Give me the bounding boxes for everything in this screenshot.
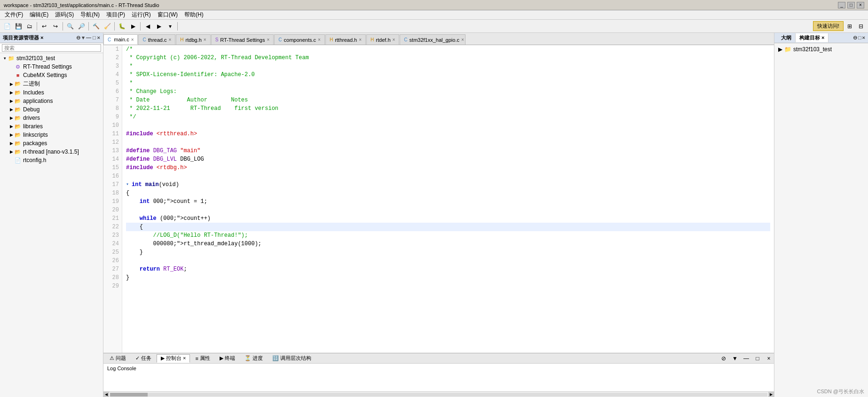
tree-item-debug[interactable]: ▶ 📂 Debug — [0, 105, 103, 114]
debug-button[interactable]: 🐛 — [117, 21, 127, 31]
code-line-24[interactable]: 000080;">rt_thread_mdelay(1000); — [126, 240, 770, 248]
save-all-button[interactable]: 🗂 — [24, 21, 35, 31]
nav-dropdown[interactable]: ▾ — [165, 21, 175, 31]
code-area[interactable]: /* * Copyright (c) 2006-2022, RT-Thread … — [122, 45, 774, 353]
bottom-close-btn[interactable]: × — [764, 353, 774, 364]
menu-source[interactable]: 源码(S) — [52, 10, 77, 19]
code-line-25[interactable]: } — [126, 248, 770, 257]
maximize-button[interactable]: □ — [847, 2, 855, 8]
menu-run[interactable]: 运行(R) — [129, 10, 154, 19]
search2-button[interactable]: 🔎 — [76, 21, 87, 31]
bottom-clear-btn[interactable]: ⊘ — [718, 353, 729, 364]
scroll-thumb[interactable] — [110, 393, 148, 397]
tree-item-root[interactable]: ▾ 📁 stm32f103_test — [0, 54, 103, 62]
layout-button[interactable]: ⊞ — [844, 21, 855, 31]
run-button[interactable]: ▶ — [128, 21, 138, 31]
tab-main-c-close[interactable]: × — [131, 37, 134, 42]
bottom-tab-properties[interactable]: ≡ 属性 — [191, 354, 214, 363]
explorer-menu-icon[interactable]: ▾ — [82, 35, 85, 41]
code-line-23[interactable]: //LOG_D("Hello RT-Thread!"); — [126, 231, 770, 240]
bottom-tab-console[interactable]: ▶ 控制台 × — [157, 354, 190, 363]
bottom-expand-btn[interactable]: □ — [752, 353, 763, 364]
save-button[interactable]: 💾 — [13, 21, 24, 31]
undo-button[interactable]: ↩ — [39, 21, 49, 31]
explorer-close-icon[interactable]: × — [97, 35, 100, 41]
code-line-7[interactable]: * Date Author Notes — [126, 96, 770, 104]
tab-thread-close[interactable]: × — [168, 37, 171, 42]
tab-gpio-close[interactable]: × — [461, 37, 464, 42]
perspective-button[interactable]: ⊟ — [856, 21, 866, 31]
scroll-right-arrow[interactable]: ▶ — [768, 392, 774, 397]
tree-item-binary[interactable]: ▶ 📂 二进制 — [0, 79, 103, 88]
tab-rtthread-h[interactable]: H rtthread.h × — [325, 34, 366, 45]
menu-file[interactable]: 文件(F) — [2, 10, 26, 19]
code-line-8[interactable]: * 2022-11-21 RT-Thread first version — [126, 104, 770, 113]
code-line-26[interactable] — [126, 257, 770, 265]
forward-button[interactable]: ▶ — [154, 21, 164, 31]
code-line-15[interactable]: #include <rtdbg.h> — [126, 163, 770, 172]
code-line-19[interactable]: int 000;">count = 1; — [126, 197, 770, 206]
tab-main-c[interactable]: C main.c × — [103, 34, 138, 45]
code-line-18[interactable]: { — [126, 189, 770, 197]
bottom-tab-progress[interactable]: ⏳ 进度 — [240, 354, 267, 363]
build-target-item[interactable]: ▶ 📁 stm32f103_test — [776, 45, 866, 54]
horizontal-scrollbar[interactable]: ◀ ▶ — [103, 391, 774, 397]
tab-rtdbg-close[interactable]: × — [204, 37, 206, 42]
tab-rtdef-h[interactable]: H rtdef.h × — [366, 34, 399, 45]
code-line-27[interactable]: return RT_EOK; — [126, 265, 770, 273]
bottom-collapse-btn[interactable]: — — [741, 353, 751, 364]
explorer-minimize-icon[interactable]: — — [86, 35, 91, 41]
code-line-9[interactable]: */ — [126, 113, 770, 121]
tab-rtdef-close[interactable]: × — [393, 37, 395, 42]
search-button[interactable]: 🔍 — [65, 21, 75, 31]
minimize-button[interactable]: _ — [838, 2, 845, 8]
bottom-tab-callhierarchy[interactable]: 🔢 调用层次结构 — [268, 354, 316, 363]
back-button[interactable]: ◀ — [142, 21, 153, 31]
redo-button[interactable]: ↪ — [50, 21, 61, 31]
code-line-2[interactable]: * Copyright (c) 2006-2022, RT-Thread Dev… — [126, 54, 770, 62]
tree-item-libraries[interactable]: ▶ 📂 libraries — [0, 122, 103, 131]
clean-button[interactable]: 🧹 — [102, 21, 112, 31]
code-line-13[interactable]: #define DBG_TAG "main" — [126, 147, 770, 155]
tree-item-packages[interactable]: ▶ 📂 packages — [0, 139, 103, 148]
code-line-3[interactable]: * — [126, 62, 770, 70]
code-line-10[interactable] — [126, 121, 770, 130]
tree-item-rtthread-settings[interactable]: ⚙ RT-Thread Settings — [0, 62, 103, 71]
tab-thread-c[interactable]: C thread.c × — [138, 34, 175, 45]
tab-rtdbg-h[interactable]: H rtdbg.h × — [176, 34, 210, 45]
tree-item-cubemx[interactable]: ■ CubeMX Settings — [0, 71, 103, 79]
new-button[interactable]: 📄 — [2, 21, 12, 31]
tab-comp-close[interactable]: × — [318, 37, 321, 42]
code-line-16[interactable] — [126, 172, 770, 180]
bottom-tab-terminal[interactable]: ▶ 终端 — [215, 354, 239, 363]
tab-outline[interactable]: 大纲 — [777, 33, 796, 42]
tree-item-includes[interactable]: ▶ 📂 Includes — [0, 88, 103, 97]
right-panel-close[interactable]: × — [862, 35, 865, 41]
code-line-29[interactable] — [126, 282, 770, 290]
tree-item-applications[interactable]: ▶ 📂 applications — [0, 97, 103, 105]
code-line-20[interactable] — [126, 206, 770, 214]
search-input[interactable] — [2, 44, 101, 52]
tab-gpio-c[interactable]: C stm32f1xx_hal_gpio.c × — [400, 34, 466, 45]
code-line-4[interactable]: * SPDX-License-Identifier: Apache-2.0 — [126, 70, 770, 79]
scroll-track[interactable] — [110, 393, 767, 397]
close-button[interactable]: × — [857, 2, 864, 8]
menu-navigate[interactable]: 导航(N) — [78, 10, 103, 19]
build-button[interactable]: 🔨 — [91, 21, 101, 31]
tree-item-linkscripts[interactable]: ▶ 📂 linkscripts — [0, 131, 103, 139]
code-line-12[interactable] — [126, 138, 770, 147]
menu-project[interactable]: 项目(P) — [103, 10, 128, 19]
fold-marker-17[interactable]: ▾ — [126, 180, 132, 189]
tab-rtth-close[interactable]: × — [359, 37, 362, 42]
right-panel-maximize[interactable]: □ — [858, 35, 861, 41]
quick-access-button[interactable]: 快速访问! — [813, 21, 844, 31]
tab-components-c[interactable]: C components.c × — [274, 34, 325, 45]
menu-window[interactable]: 窗口(W) — [155, 10, 181, 19]
scroll-left-arrow[interactable]: ◀ — [103, 392, 109, 397]
code-line-22[interactable]: { — [126, 223, 770, 231]
code-line-21[interactable]: while (000;">count++) — [126, 214, 770, 223]
code-line-1[interactable]: /* — [126, 45, 770, 54]
title-controls[interactable]: _ □ × — [838, 2, 864, 8]
code-line-11[interactable]: #include <rtthread.h> — [126, 130, 770, 138]
menu-help[interactable]: 帮助(H) — [181, 10, 206, 19]
